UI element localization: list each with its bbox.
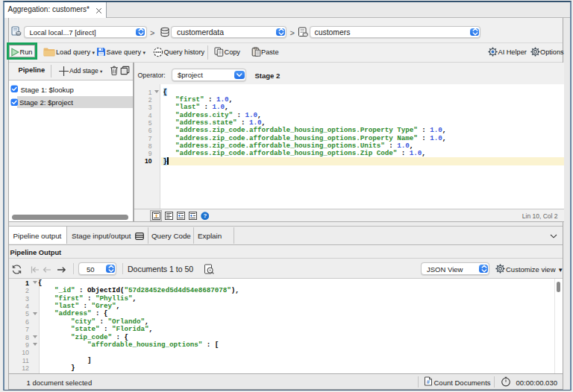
svg-text:?: ? (203, 212, 207, 219)
